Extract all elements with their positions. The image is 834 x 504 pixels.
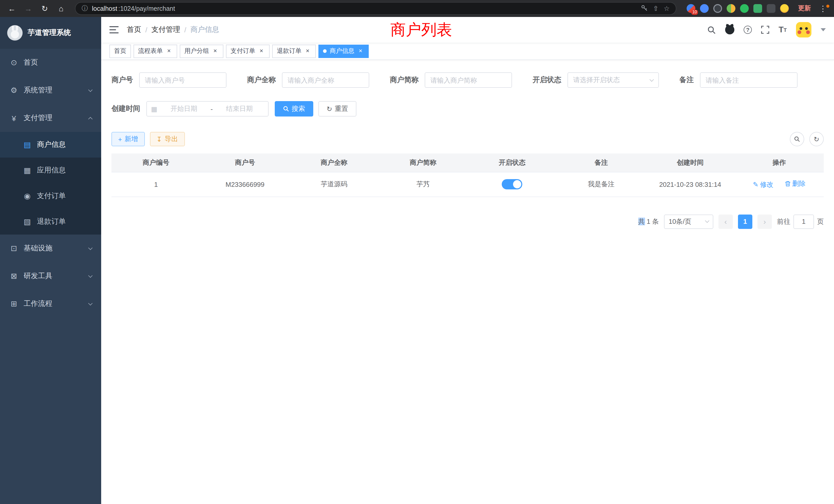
extension-icon[interactable]: [740, 4, 749, 13]
remark-input[interactable]: [700, 72, 797, 88]
next-page-button[interactable]: ›: [758, 214, 772, 229]
site-info-icon[interactable]: ⓘ: [82, 4, 88, 13]
calendar-icon: ▦: [151, 105, 157, 113]
sidebar-item-label: 退款订单: [37, 217, 66, 226]
status-toggle[interactable]: [502, 179, 522, 189]
prev-page-button[interactable]: ‹: [719, 214, 733, 229]
sidebar-item-home[interactable]: ⊙ 首页: [0, 49, 101, 76]
extension-icon[interactable]: [727, 4, 736, 13]
extension-icon[interactable]: [767, 4, 775, 13]
add-button[interactable]: + 新增: [111, 132, 145, 146]
breadcrumb-home[interactable]: 首页: [127, 25, 141, 35]
extension-icon[interactable]: [753, 4, 762, 13]
col-remark: 备注: [557, 154, 646, 172]
extension-icon[interactable]: 10: [687, 4, 695, 13]
status-select[interactable]: 请选择开启状态: [568, 72, 659, 88]
create-time-range-picker[interactable]: ▦ 开始日期 - 结束日期: [146, 101, 269, 116]
close-icon[interactable]: ×: [258, 47, 265, 55]
search-icon[interactable]: [707, 25, 716, 34]
reset-button[interactable]: ↻ 重置: [319, 101, 356, 116]
sidebar-item-refund-order[interactable]: ▧ 退款订单: [0, 209, 101, 234]
close-icon[interactable]: ×: [166, 47, 173, 55]
chevron-down-icon[interactable]: [821, 28, 826, 31]
pagination-total: 共 1 条: [638, 217, 659, 226]
delete-link[interactable]: 删除: [785, 179, 806, 189]
sidebar-item-payment[interactable]: ¥ 支付管理: [0, 104, 101, 132]
password-key-icon[interactable]: [641, 4, 648, 13]
refresh-table-button[interactable]: ↻: [809, 132, 824, 146]
close-icon[interactable]: ×: [212, 47, 219, 55]
short-name-input[interactable]: [425, 72, 512, 88]
filter-row-1: 商户号 商户全称 商户简称 开启状态 请选择开启状态: [111, 72, 824, 88]
help-icon[interactable]: ?: [744, 26, 752, 34]
goto-page-input[interactable]: [793, 214, 814, 229]
sidebar-collapse-icon[interactable]: [109, 26, 118, 33]
bookmark-star-icon[interactable]: ☆: [664, 5, 670, 12]
monitor-icon: ⊡: [9, 244, 19, 253]
page-content: 商户号 商户全称 商户简称 开启状态 请选择开启状态: [101, 60, 834, 504]
sidebar-item-merchant-info[interactable]: ▤ 商户信息: [0, 132, 101, 158]
close-icon[interactable]: ×: [357, 47, 364, 55]
browser-update-button[interactable]: 更新: [795, 4, 814, 13]
extension-icon[interactable]: [700, 4, 709, 13]
extension-icon[interactable]: [780, 4, 789, 13]
goto-page: 前往 页: [777, 214, 824, 229]
table-toolbar: + 新增 ↧ 导出 ↻: [111, 132, 824, 146]
browser-menu-icon[interactable]: ⋮: [817, 4, 829, 13]
table-header-row: 商户编号 商户号 商户全称 商户简称 开启状态 备注 创建时间 操作: [111, 154, 824, 172]
font-size-icon[interactable]: TT: [778, 25, 787, 35]
url-host-text: localhost: [92, 5, 117, 12]
back-icon[interactable]: ←: [5, 0, 19, 17]
avatar[interactable]: [796, 22, 811, 38]
tab-home[interactable]: 首页: [109, 44, 131, 58]
sidebar-item-app-info[interactable]: ▦ 应用信息: [0, 158, 101, 183]
home-icon[interactable]: ⌂: [54, 0, 68, 17]
chevron-down-icon: [650, 77, 654, 82]
reload-icon[interactable]: ↻: [38, 0, 51, 17]
address-bar[interactable]: ⓘ localhost :1024/pay/merchant ⇧ ☆: [75, 2, 676, 15]
gear-icon: ⚙: [9, 86, 19, 95]
tab-refund-order[interactable]: 退款订单×: [272, 44, 316, 58]
tab-user-group[interactable]: 用户分组×: [180, 44, 223, 58]
sidebar-logo[interactable]: 芋道管理系统: [0, 17, 101, 49]
sidebar-item-label: 商户信息: [37, 140, 66, 150]
sidebar-item-pay-order[interactable]: ◉ 支付订单: [0, 183, 101, 209]
extension-icon[interactable]: [713, 4, 722, 13]
sidebar-item-label: 工作流程: [24, 299, 52, 308]
end-date-placeholder: 结束日期: [215, 104, 264, 113]
workflow-icon: ⊞: [9, 299, 19, 308]
close-icon[interactable]: ×: [304, 47, 311, 55]
col-merchant-no: 商户号: [200, 154, 290, 172]
toggle-search-button[interactable]: [790, 132, 804, 146]
export-button[interactable]: ↧ 导出: [150, 132, 184, 146]
breadcrumb-current: 商户信息: [191, 25, 219, 35]
sidebar-item-workflow[interactable]: ⊞ 工作流程: [0, 290, 101, 318]
sidebar-item-dev-tools[interactable]: ⊠ 研发工具: [0, 262, 101, 290]
forward-icon[interactable]: →: [22, 0, 35, 17]
tab-process-form[interactable]: 流程表单×: [133, 44, 177, 58]
page-1-button[interactable]: 1: [738, 214, 752, 229]
chevron-up-icon: [88, 117, 93, 121]
main-area: 首页 / 支付管理 / 商户信息 ? TT: [101, 17, 834, 504]
page-size-select[interactable]: 10条/页: [664, 214, 713, 229]
short-name-label: 商户简称: [390, 75, 419, 85]
merchant-name-input[interactable]: [282, 72, 369, 88]
col-actions: 操作: [734, 154, 824, 172]
pagination: 共 1 条 10条/页 ‹ 1 › 前往 页: [111, 214, 824, 229]
breadcrumb-payment[interactable]: 支付管理: [152, 25, 180, 35]
edit-link[interactable]: ✎ 修改: [753, 180, 773, 189]
sidebar-item-label: 系统管理: [24, 86, 52, 95]
github-icon[interactable]: [725, 25, 734, 35]
cell-create-time: 2021-10-23 08:31:14: [646, 172, 735, 197]
sidebar-item-system[interactable]: ⚙ 系统管理: [0, 76, 101, 104]
search-button[interactable]: 搜索: [275, 101, 313, 116]
sidebar-item-infrastructure[interactable]: ⊡ 基础设施: [0, 234, 101, 262]
tab-pay-order[interactable]: 支付订单×: [226, 44, 270, 58]
app-title: 芋道管理系统: [28, 28, 71, 38]
fullscreen-icon[interactable]: [761, 26, 769, 34]
cell-merchant-id: 1: [111, 172, 200, 197]
share-icon[interactable]: ⇧: [653, 5, 659, 12]
merchant-no-input[interactable]: [139, 72, 226, 88]
status-label: 开启状态: [532, 75, 561, 85]
tab-merchant-info[interactable]: 商户信息×: [319, 44, 369, 58]
